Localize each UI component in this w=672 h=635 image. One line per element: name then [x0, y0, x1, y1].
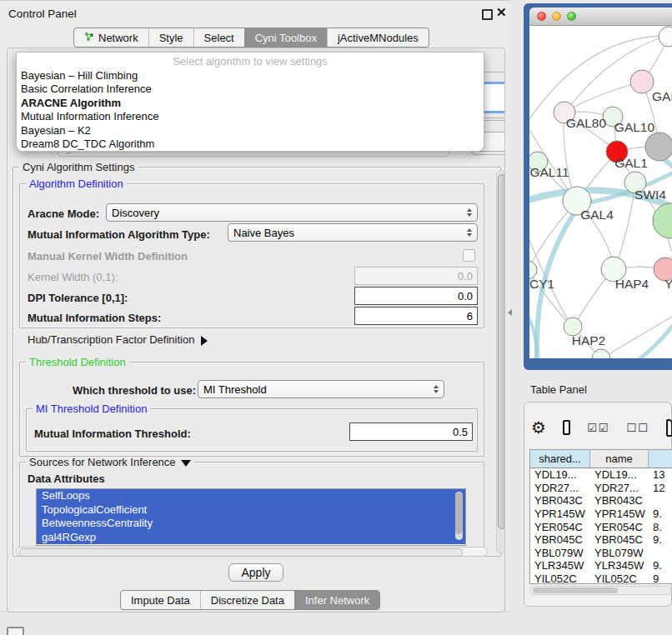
node-label-swi4: SWI4 — [634, 188, 666, 202]
table-cell: 9. — [649, 533, 672, 546]
apply-button[interactable]: Apply — [228, 563, 283, 582]
minimize-traffic-light-icon[interactable] — [552, 12, 561, 21]
zoom-traffic-light-icon[interactable] — [567, 12, 576, 21]
kernel-width-label: Kernel Width (0,1): — [28, 271, 118, 283]
application-window: Control Panel ✕ NetworkStyleSelectCyni T… — [0, 0, 672, 635]
split-columns-icon[interactable] — [563, 420, 570, 435]
column-header-name[interactable]: name — [590, 450, 649, 468]
network-edge[interactable] — [566, 36, 666, 111]
table-scrollbar-thumb[interactable] — [533, 588, 618, 593]
sources-title-text: Sources for Network Inference — [29, 456, 176, 468]
network-window-titlebar[interactable] — [529, 8, 672, 26]
mi-steps-label: Mutual Information Steps: — [28, 312, 161, 324]
table-row[interactable]: YDR27...YDR27...12 — [530, 482, 672, 495]
table-panel-title: Table Panel — [530, 383, 587, 396]
panel-splitter-arrow-icon[interactable] — [508, 309, 512, 316]
node-label-hap4: HAP4 — [615, 277, 649, 291]
table-cell: YIL052C — [530, 572, 590, 584]
float-window-icon[interactable] — [482, 9, 493, 20]
tab-discretize-data[interactable]: Discretize Data — [200, 591, 294, 609]
deselect-all-icon[interactable]: ☐☐ — [627, 422, 649, 434]
tab-cyni-toolbox[interactable]: Cyni Toolbox — [244, 28, 327, 47]
stepper-icon — [467, 228, 472, 237]
list-scrollbar-thumb[interactable] — [455, 492, 463, 534]
attribute-item-topologicalcoefficient[interactable]: TopologicalCoefficient — [37, 503, 465, 518]
aracne-mode-label: Aracne Mode: — [28, 208, 99, 220]
algorithm-option-mutual-information-inference[interactable]: Mutual Information Inference — [17, 110, 484, 123]
tab-style[interactable]: Style — [148, 28, 193, 47]
algorithm-option-bayesian-hill-climbing[interactable]: Bayesian – Hill Climbing — [17, 69, 484, 82]
table-cell: YDL19... — [590, 468, 649, 481]
settings-scrollbar-thumb[interactable] — [498, 174, 505, 529]
table-horizontal-scrollbar[interactable] — [529, 586, 671, 595]
tab-network[interactable]: Network — [74, 28, 148, 47]
algorithm-option-bayesian-k2[interactable]: Bayesian – K2 — [17, 124, 484, 138]
horizontal-scrollbar-thumb[interactable] — [19, 548, 463, 557]
data-attributes-label: Data Attributes — [28, 472, 105, 485]
mi-steps-input[interactable]: 6 — [354, 307, 478, 325]
table-row[interactable]: YER054CYER054C8. — [530, 520, 672, 533]
table-cell: YPR145W — [590, 508, 649, 520]
network-node[interactable] — [645, 132, 672, 161]
data-attributes-list[interactable]: SelfLoopsTopologicalCoefficientBetweenne… — [36, 488, 466, 546]
algorithm-option-aracne-algorithm[interactable]: ARACNE Algorithm — [17, 97, 484, 110]
mi-algorithm-type-combo[interactable]: Naive Bayes — [228, 223, 478, 242]
sources-title[interactable]: Sources for Network Inference — [26, 457, 194, 468]
algorithm-option-dream8-dc-tdc-algorithm[interactable]: Dream8 DC_TDC Algorithm — [17, 138, 484, 151]
mi-threshold-input[interactable]: 0.5 — [349, 422, 473, 441]
network-edge-thick[interactable] — [529, 308, 536, 358]
table-row[interactable]: YDL19...YDL19...13 — [530, 468, 672, 482]
table-row[interactable]: YPR145WYPR145W9. — [530, 508, 672, 521]
table-panel: ⚙ ☑☑ ☐☐ shared...nameYDL19...YDL19...13Y… — [524, 402, 672, 607]
table-cell: 9. — [649, 508, 672, 520]
table-cell: YDL19... — [530, 468, 590, 481]
column-header-shared[interactable]: shared... — [530, 450, 590, 468]
node-label-gal: GAL — [652, 89, 672, 103]
hub-definition-expander[interactable]: Hub/Transcription Factor Definition — [28, 333, 208, 346]
stepper-icon — [434, 385, 439, 393]
manual-kernel-width-checkbox[interactable] — [463, 249, 475, 262]
network-canvas[interactable]: GALGAL80GAL10GAL1GAL11SWI4GAL4GCY1HAP4YH… — [529, 26, 672, 358]
tab-label: Infer Network — [305, 594, 369, 607]
table-cell: YBR045C — [590, 533, 649, 546]
tab-impute-data[interactable]: Impute Data — [121, 591, 200, 609]
which-threshold-combo[interactable]: MI Threshold — [198, 380, 444, 398]
attribute-item-gal4rgexp[interactable]: gal4RGexp — [37, 531, 465, 545]
table-row[interactable]: YBR043CYBR043C — [530, 494, 672, 508]
network-node[interactable] — [659, 27, 672, 47]
node-table[interactable]: shared...nameYDL19...YDL19...13YDR27...Y… — [529, 449, 672, 584]
node-label-gal1: GAL1 — [614, 156, 648, 170]
select-all-checks-icon[interactable]: ☑☑ — [587, 422, 609, 434]
attribute-item-selfloops[interactable]: SelfLoops — [37, 489, 465, 503]
list-scrollbar[interactable] — [455, 492, 463, 540]
settings-horizontal-scrollbar[interactable] — [16, 547, 488, 557]
table-row[interactable]: YBL079WYBL079W — [530, 547, 672, 560]
network-edge-thick[interactable] — [632, 327, 672, 358]
table-cell: YBR043C — [590, 494, 649, 507]
table-row[interactable]: YBR045CYBR045C9. — [530, 533, 672, 547]
aracne-mode-combo[interactable]: Discovery — [106, 203, 478, 222]
table-cell: YBL079W — [530, 547, 590, 559]
settings-vertical-scrollbar[interactable] — [496, 170, 505, 553]
kernel-width-input[interactable]: 0.0 — [354, 267, 478, 285]
network-node[interactable] — [592, 349, 610, 358]
close-traffic-light-icon[interactable] — [537, 12, 546, 21]
tab-jactivemnodules[interactable]: jActiveMNodules — [327, 28, 429, 47]
node-label-gal4: GAL4 — [580, 208, 614, 222]
gear-icon[interactable]: ⚙ — [531, 419, 546, 436]
control-panel: Control Panel ✕ NetworkStyleSelectCyni T… — [0, 0, 510, 612]
tab-select[interactable]: Select — [193, 28, 244, 47]
network-node[interactable] — [630, 70, 654, 93]
close-icon[interactable]: ✕ — [496, 5, 507, 20]
algorithm-option-basic-correlation-inference[interactable]: Basic Correlation Inference — [17, 82, 484, 96]
network-node[interactable] — [653, 203, 672, 238]
tab-infer-network[interactable]: Infer Network — [294, 591, 379, 609]
table-row[interactable]: YLR345WYLR345W9. — [530, 559, 672, 572]
node-label-gcy1: GCY1 — [529, 277, 554, 291]
dpi-tolerance-input[interactable]: 0.0 — [354, 287, 478, 305]
attribute-item-betweennesscentrality[interactable]: BetweennessCentrality — [37, 517, 465, 531]
minimized-panel-chip[interactable] — [7, 627, 24, 635]
column-header-2[interactable] — [649, 450, 672, 468]
table-row[interactable]: YIL052CYIL052C9 — [530, 572, 672, 584]
document-icon[interactable] — [666, 419, 672, 437]
